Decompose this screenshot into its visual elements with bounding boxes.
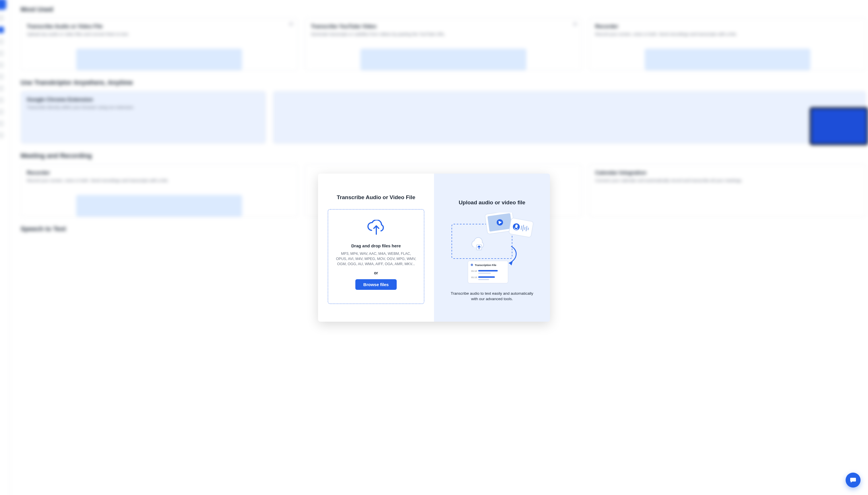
- cloud-upload-icon: [367, 220, 385, 235]
- chat-fab[interactable]: [846, 473, 861, 488]
- svg-point-19: [471, 264, 473, 266]
- upload-modal: Transcribe Audio or Video File Drag and …: [318, 174, 550, 322]
- modal-right-panel: Upload audio or video file: [434, 174, 550, 322]
- right-panel-description: Transcribe audio to text easily and auto…: [444, 291, 540, 302]
- svg-rect-22: [478, 270, 498, 271]
- modal-title: Transcribe Audio or Video File: [328, 194, 424, 201]
- browse-files-button[interactable]: Browse files: [355, 279, 397, 290]
- svg-line-12: [521, 226, 522, 229]
- illustration-container: Transcription File 01:12 01:13: [444, 212, 540, 284]
- svg-text:01:12: 01:12: [471, 270, 477, 272]
- dropzone-heading: Drag and drop files here: [351, 243, 401, 248]
- modal-left-panel: Transcribe Audio or Video File Drag and …: [318, 174, 434, 322]
- svg-line-14: [525, 227, 525, 229]
- file-dropzone[interactable]: Drag and drop files here MP3, MP4, WAV, …: [328, 209, 424, 304]
- upload-illustration: Transcription File 01:12 01:13: [449, 212, 535, 284]
- supported-formats: MP3, MP4, WAV, AAC, M4A, WEBM, FLAC, OPU…: [335, 251, 417, 267]
- svg-rect-23: [478, 273, 491, 274]
- svg-rect-25: [478, 276, 495, 278]
- svg-rect-26: [478, 279, 489, 280]
- svg-text:Transcription File: Transcription File: [475, 264, 496, 267]
- svg-line-16: [528, 228, 528, 229]
- svg-text:01:13: 01:13: [471, 276, 477, 279]
- right-panel-title: Upload audio or video file: [444, 200, 540, 206]
- modal-overlay: Transcribe Audio or Video File Drag and …: [0, 0, 868, 495]
- chat-icon: [850, 477, 856, 483]
- or-divider: or: [374, 271, 378, 275]
